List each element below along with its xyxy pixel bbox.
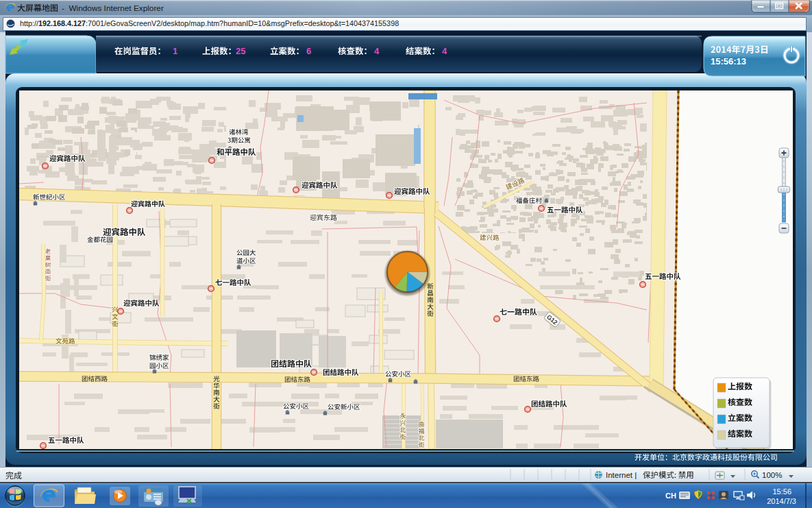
svg-text:4: 4 [442, 46, 447, 56]
svg-text:Internet |: Internet | [606, 471, 637, 479]
svg-text:1: 1 [173, 46, 177, 56]
svg-text:- Windows Internet Explorer: - Windows Internet Explorer [62, 3, 164, 13]
svg-text:CH: CH [665, 492, 676, 500]
svg-text:25: 25 [236, 46, 245, 56]
svg-text:2014/7/3: 2014/7/3 [767, 497, 796, 505]
svg-text:6: 6 [306, 46, 311, 56]
svg-text:http://192.168.4.127:7001/eGov: http://192.168.4.127:7001/eGovaScreenV2/… [20, 19, 399, 27]
svg-text:100%: 100% [762, 471, 782, 479]
svg-text:15:56: 15:56 [772, 487, 791, 496]
svg-text:15:56:13: 15:56:13 [711, 56, 746, 66]
svg-text:4: 4 [374, 46, 380, 56]
